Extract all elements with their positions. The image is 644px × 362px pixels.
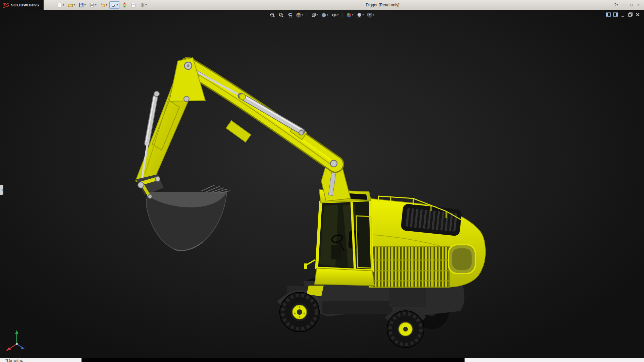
apply-scene-icon (357, 12, 362, 18)
graphics-area[interactable]: ▾▾▾▾▾▾▾ ◂ (0, 10, 644, 358)
panel-collapse-tab[interactable]: ◂ (0, 185, 3, 195)
options-button[interactable]: ▾ (139, 1, 148, 9)
solidworks-window: { "window": { "brand_glyph": "ƷS", "bran… (0, 0, 644, 362)
dropdown-arrow-icon[interactable]: ▾ (95, 4, 96, 6)
dropdown-arrow-icon[interactable]: ▾ (63, 4, 64, 6)
heads-up-toolbar: ▾▾▾▾▾▾▾ (269, 12, 375, 18)
doc-close-button[interactable] (635, 12, 641, 17)
apply-scene-button[interactable]: ▾ (356, 12, 365, 18)
digger-model[interactable] (0, 10, 644, 358)
title-bar: ƷS SOLIDWORKS ▾▾▾▾▾▾▾ Digger [Read-only]… (0, 0, 644, 10)
undo-icon (100, 2, 105, 8)
doc-restore-button[interactable] (628, 12, 633, 17)
stick[interactable] (136, 58, 205, 188)
solidworks-brand-text: SOLIDWORKS (11, 3, 39, 7)
dropdown-arrow-icon[interactable]: ▾ (146, 4, 147, 6)
display-style-button[interactable]: ▾ (320, 12, 329, 18)
bucket[interactable] (136, 174, 230, 251)
dropdown-arrow-icon[interactable]: ▾ (302, 14, 303, 16)
select-button[interactable]: ▾ (109, 1, 119, 9)
window-controls: –□× (621, 2, 642, 8)
open-button[interactable]: ▾ (66, 1, 76, 9)
status-bar-dark-segment (82, 358, 465, 362)
minimize-button[interactable]: – (621, 2, 628, 8)
zoom-to-area-button[interactable] (277, 12, 285, 18)
file-properties-icon (131, 2, 136, 8)
triad-x-axis (6, 344, 17, 351)
triad-z-axis (17, 344, 25, 349)
dropdown-arrow-icon[interactable]: ▾ (116, 4, 118, 6)
view-settings-icon (367, 12, 373, 18)
pane-left-button[interactable] (605, 12, 611, 17)
save-button[interactable]: ▾ (77, 1, 87, 9)
undo-button[interactable]: ▾ (99, 1, 108, 9)
view-orientation-icon (311, 12, 316, 18)
triad-origin (16, 343, 18, 345)
open-icon (68, 2, 73, 8)
zoom-to-fit-icon (270, 12, 275, 18)
display-style-icon (321, 12, 326, 18)
hide-show-items-icon (331, 12, 337, 18)
dropdown-arrow-icon[interactable]: ▾ (84, 4, 86, 6)
dropdown-arrow-icon[interactable]: ▾ (352, 14, 354, 16)
dropdown-arrow-icon[interactable]: ▾ (73, 4, 75, 6)
view-orientation-label: *Dimetric (5, 358, 23, 362)
dropdown-arrow-icon: ▾ (617, 4, 618, 6)
upper-body[interactable] (369, 196, 485, 288)
dropdown-arrow-icon[interactable]: ▾ (316, 14, 318, 16)
boom-pivot-pin[interactable] (330, 160, 337, 167)
dropdown-arrow-icon[interactable]: ▾ (363, 14, 364, 16)
help-icon: ? (614, 3, 616, 7)
collapse-arrow-icon: ◂ (1, 188, 3, 191)
hide-show-items-button[interactable]: ▾ (330, 12, 339, 18)
dropdown-arrow-icon[interactable]: ▾ (106, 4, 107, 6)
rebuild-icon (122, 2, 127, 8)
solidworks-logo: ƷS SOLIDWORKS (0, 0, 44, 10)
options-icon (140, 2, 145, 8)
previous-view-button[interactable] (286, 12, 293, 18)
section-view-icon (296, 12, 301, 18)
titlebar-toolbar: ▾▾▾▾▾▾▾ (56, 1, 148, 9)
edit-appearance-icon (346, 12, 352, 18)
file-properties-button[interactable] (129, 1, 138, 9)
zoom-to-area-icon (278, 12, 284, 18)
orientation-triad[interactable] (5, 329, 29, 353)
previous-view-icon (287, 12, 292, 18)
new-document-icon (57, 2, 62, 8)
toolbar-separator (342, 13, 343, 17)
solidworks-logo-icon: ƷS (3, 2, 9, 8)
hydraulic-cylinders[interactable] (190, 68, 304, 135)
maximize-button[interactable]: □ (628, 2, 635, 8)
pane-right-button[interactable] (613, 12, 619, 17)
view-settings-button[interactable]: ▾ (366, 12, 375, 18)
view-orientation-button[interactable]: ▾ (310, 12, 319, 18)
save-icon (78, 2, 84, 8)
status-bar: *Dimetric (0, 358, 644, 362)
triad-y-axis (15, 330, 18, 344)
document-title: Digger [Read-only] (366, 3, 399, 7)
edit-appearance-button[interactable]: ▾ (345, 12, 355, 18)
help-button[interactable]: ? ▾ (613, 2, 620, 8)
print-button[interactable]: ▾ (88, 1, 98, 9)
toolbar-separator (307, 13, 307, 17)
rebuild-button[interactable] (120, 1, 128, 9)
print-icon (89, 2, 95, 8)
zoom-to-fit-button[interactable] (269, 12, 276, 18)
close-button[interactable]: × (635, 2, 642, 8)
document-window-controls (605, 12, 641, 17)
section-view-button[interactable]: ▾ (295, 12, 304, 18)
dropdown-arrow-icon[interactable]: ▾ (327, 14, 328, 16)
titlebar-controls: ? ▾ –□× (613, 0, 642, 10)
dropdown-arrow-icon[interactable]: ▾ (373, 14, 374, 16)
select-icon (111, 2, 116, 8)
doc-minimize-button[interactable] (620, 12, 626, 17)
boom[interactable] (185, 64, 335, 167)
dropdown-arrow-icon[interactable]: ▾ (337, 14, 338, 16)
new-document-button[interactable]: ▾ (56, 1, 65, 9)
